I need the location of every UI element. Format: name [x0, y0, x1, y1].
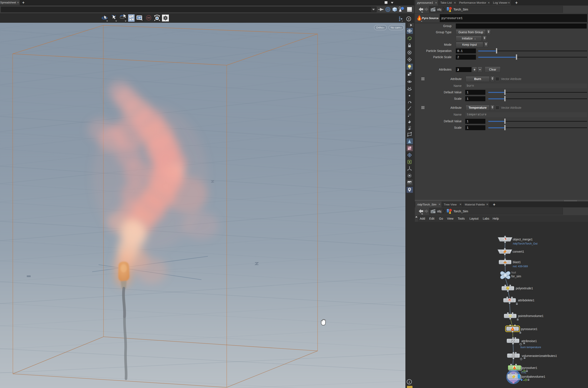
svg-text:volumerasterizeattributes1: volumerasterizeattributes1	[522, 354, 557, 358]
svg-text:Null: Null	[511, 271, 516, 274]
svg-text:not: 439-569: not: 439-569	[513, 265, 528, 268]
svg-text:attribdelete1: attribdelete1	[518, 299, 534, 302]
svg-text:burn temperature: burn temperature	[521, 346, 541, 349]
svg-text:for_sim: for_sim	[511, 274, 521, 278]
svg-text:object_merge1: object_merge1	[513, 238, 533, 241]
svg-text:/obj/Torch/Torch_Out: /obj/Torch/Torch_Out	[513, 242, 538, 245]
svg-text:polyextrude1: polyextrude1	[516, 287, 533, 290]
svg-text:pointsfromvolume1: pointsfromvolume1	[518, 314, 544, 318]
svg-text:convert1: convert1	[513, 250, 524, 253]
svg-text:blast1: blast1	[513, 260, 521, 264]
svg-text:pyrobakevolume1: pyrobakevolume1	[522, 375, 545, 378]
svg-text:0.01: 0.01	[521, 371, 526, 374]
svg-text:pyrosource1: pyrosource1	[521, 327, 537, 331]
svg-text:pyrosolver1: pyrosolver1	[522, 366, 537, 369]
svg-text:i: i	[521, 379, 522, 381]
